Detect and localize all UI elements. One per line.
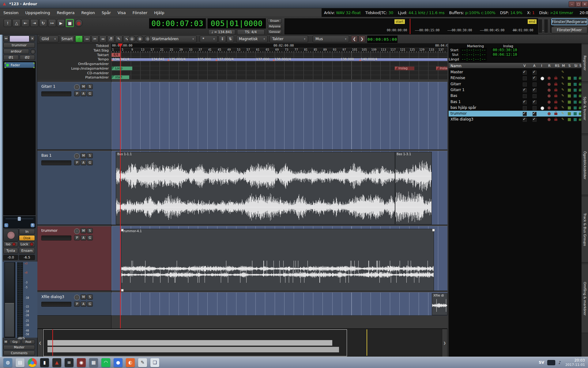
output-button[interactable]: Master [3,345,35,350]
peak-display[interactable]: -6.5 [19,255,35,260]
playlist-button[interactable]: P [74,160,80,165]
playlist-button[interactable]: P [74,301,80,307]
track-lane-2[interactable]: trummor-4.1 [111,226,447,291]
mixer-icon[interactable]: ≡ [65,358,74,367]
group-button[interactable]: G [87,160,93,165]
iso-button[interactable]: Iso [3,242,18,247]
ruler-row-0[interactable]: 00:00:00:0000:02:00:0000:04:00: [111,44,447,48]
menu-uppspelning[interactable]: Uppspelning [22,8,54,17]
mini-start-marker[interactable]: start [394,19,405,24]
ruler-row-4[interactable] [111,62,447,66]
solo-iso-icon[interactable] [574,94,577,98]
tempo-marker[interactable]: 135.000/4 [169,57,186,61]
ruler-label-5[interactable]: Loop-/inslagsmarkörer [71,67,109,71]
track-name[interactable]: Bas 1 [41,153,51,158]
track-header-trummor[interactable]: trummorMSPAG [37,226,111,291]
mute-button[interactable]: Tysta [3,248,18,254]
record-arm-button[interactable] [74,153,80,159]
track-row-gitarr-1[interactable]: Gitarr 1✓✓✎ [449,87,582,93]
record-arm-button[interactable] [74,84,80,90]
column-a[interactable]: A [533,64,536,68]
draw-tool[interactable]: ✎ [115,36,123,42]
go-end-button[interactable]: ⇥ [30,19,38,27]
window-mixer-button[interactable]: Fönster|Mixer [551,27,587,33]
sidebar-tab-1[interactable]: Spår & bussar [582,83,588,134]
play-range-button[interactable]: ↦ [48,19,56,27]
ruler-label-4[interactable]: Omfångsmarkörer [78,62,109,66]
primary-clock[interactable]: 00:00:07:03 [149,18,206,29]
track-color-swatch[interactable] [9,36,29,42]
solo-cell-icon[interactable] [568,118,571,121]
midi-pencil-icon[interactable]: ✎ [561,82,564,86]
punch-clock[interactable]: 00:03:30:10 [492,48,518,52]
selection-clock[interactable]: --:--:--:-- [460,57,487,61]
column-si[interactable]: SI [574,64,577,68]
active-checkbox[interactable] [533,106,537,110]
record-arm-button[interactable] [74,295,80,300]
audio-region[interactable]: trummor-4.1 [121,229,434,291]
mute-button[interactable]: M [81,153,86,158]
comments-button[interactable]: Comments [3,351,35,355]
region-handle[interactable] [121,289,124,292]
solo-cell-icon[interactable] [568,112,571,115]
stretch-tool[interactable]: ⇔ [99,36,107,42]
region-handle[interactable] [121,229,124,232]
window-editor-button[interactable]: Fönster|Redigerare [551,18,587,25]
rec-enable-icon[interactable] [548,77,551,80]
solo-cell-icon[interactable] [568,83,571,86]
track-row-bas[interactable]: Bas✎ [449,93,582,99]
tempo-marker[interactable]: 134.841/4 [113,57,129,61]
taskbar-clock[interactable]: 20:032017-11-01 [565,358,585,367]
automation-button[interactable]: A [81,91,86,96]
loop-marker[interactable]: Loop [111,67,132,70]
mini-end-marker[interactable]: end [528,19,537,24]
column-r[interactable]: R [548,64,551,68]
visible-checkbox[interactable] [523,106,527,110]
solo-iso-icon[interactable] [574,83,577,86]
color-picker-icon[interactable]: ◐ [126,358,135,367]
ruler-row-6[interactable] [111,71,447,75]
solo-button[interactable]: S [87,153,93,158]
menu-redigera[interactable]: Redigera [54,8,78,17]
volume-icon[interactable]: ♪ [558,360,561,365]
gain-display[interactable]: -0.0 [3,255,18,260]
menu-icon[interactable]: ◍ [3,358,12,367]
lock-button[interactable]: Lock [19,242,35,247]
tempo-marker[interactable]: 140.000/4 [361,57,377,61]
rec-safe-lock-icon[interactable] [554,77,557,79]
track-name[interactable]: trummor [41,228,58,233]
ruler-row-3[interactable]: 134.841/4134.841135.000/4135.000137.000/… [111,57,447,62]
rec-enable-icon[interactable] [548,118,551,121]
rec-safe-lock-icon[interactable] [554,119,557,121]
track-lane-0[interactable] [111,82,447,150]
automation-button[interactable]: A [81,301,86,307]
fit-tracks-button[interactable]: ⇅ [227,36,234,42]
playlist-button[interactable]: P [74,235,80,240]
cut-tool[interactable]: ✂ [91,36,99,42]
pen-icon[interactable]: ✎ [138,358,147,367]
ardour-icon[interactable]: ▲ [52,358,61,367]
ruler-label-6[interactable]: CD-markörer [87,71,109,75]
ruler-label-1[interactable]: Takt:Slag [93,48,109,52]
track-row-gitarr[interactable]: Gitarr✎ [449,81,582,87]
summary-scroll-right[interactable]: ❯ [442,329,447,357]
metronome-button[interactable]: △ [13,19,21,27]
rec-enable-icon[interactable] [548,83,551,86]
track-row-master[interactable]: Master✓✓✎ [449,69,582,75]
fader-handle[interactable] [5,263,14,304]
route-group-button[interactable]: ardour [3,49,29,54]
solo-iso-icon[interactable] [574,112,577,115]
midi-pencil-icon[interactable]: ✎ [561,100,564,104]
group-button[interactable]: G [87,235,93,240]
selection-clock[interactable]: --:--:--:-- [460,48,487,52]
processor-box[interactable]: Fader [3,61,36,215]
nudge-back-button[interactable]: ❮ [351,36,358,42]
zoom-focus-dropdown[interactable]: Startmarkören▾ [149,36,197,42]
track-name[interactable]: Xfile dialog3 [41,295,64,299]
audio-region[interactable]: Bas 1-1.1 [116,152,395,224]
track-row-xfile-dialog3[interactable]: Xfile dialog3✓✓✎ [449,117,582,122]
rec-enable-icon[interactable] [548,101,551,104]
menu-region[interactable]: Region [78,8,98,17]
group-knob-icon[interactable] [30,49,36,54]
menu-sp-r[interactable]: Spår [98,8,114,17]
